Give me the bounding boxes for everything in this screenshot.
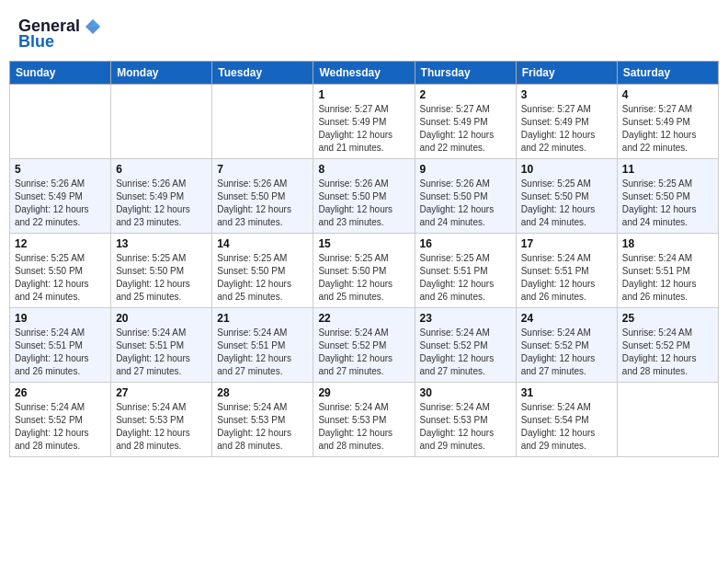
day-number: 25 — [622, 312, 713, 325]
calendar-cell: 26Sunrise: 5:24 AM Sunset: 5:52 PM Dayli… — [10, 383, 111, 457]
day-number: 7 — [217, 163, 308, 176]
day-info: Sunrise: 5:24 AM Sunset: 5:53 PM Dayligh… — [420, 401, 511, 453]
calendar-cell: 29Sunrise: 5:24 AM Sunset: 5:53 PM Dayli… — [313, 383, 415, 457]
calendar-cell: 18Sunrise: 5:24 AM Sunset: 5:51 PM Dayli… — [617, 234, 718, 308]
day-info: Sunrise: 5:24 AM Sunset: 5:51 PM Dayligh… — [521, 252, 612, 304]
calendar-cell — [10, 85, 111, 159]
day-info: Sunrise: 5:24 AM Sunset: 5:51 PM Dayligh… — [116, 327, 207, 378]
day-number: 9 — [420, 163, 511, 176]
day-info: Sunrise: 5:26 AM Sunset: 5:50 PM Dayligh… — [420, 178, 511, 229]
day-info: Sunrise: 5:26 AM Sunset: 5:49 PM Dayligh… — [15, 178, 106, 229]
day-number: 12 — [15, 237, 106, 250]
calendar-cell: 4Sunrise: 5:27 AM Sunset: 5:49 PM Daylig… — [617, 85, 718, 159]
day-number: 18 — [622, 237, 713, 250]
calendar-cell: 8Sunrise: 5:26 AM Sunset: 5:50 PM Daylig… — [313, 159, 415, 234]
calendar-table: SundayMondayTuesdayWednesdayThursdayFrid… — [9, 61, 719, 457]
calendar-cell: 27Sunrise: 5:24 AM Sunset: 5:53 PM Dayli… — [111, 383, 212, 457]
weekday-header: Friday — [516, 62, 617, 85]
day-info: Sunrise: 5:24 AM Sunset: 5:53 PM Dayligh… — [217, 401, 308, 453]
day-number: 14 — [217, 237, 308, 250]
calendar-cell: 30Sunrise: 5:24 AM Sunset: 5:53 PM Dayli… — [415, 383, 516, 457]
day-number: 30 — [420, 386, 511, 399]
day-info: Sunrise: 5:24 AM Sunset: 5:52 PM Dayligh… — [318, 327, 409, 378]
calendar-cell: 28Sunrise: 5:24 AM Sunset: 5:53 PM Dayli… — [212, 383, 313, 457]
weekday-header: Saturday — [617, 62, 718, 85]
weekday-header: Monday — [111, 62, 212, 85]
calendar-cell: 6Sunrise: 5:26 AM Sunset: 5:49 PM Daylig… — [111, 159, 212, 234]
day-info: Sunrise: 5:24 AM Sunset: 5:51 PM Dayligh… — [15, 327, 106, 378]
calendar-cell: 24Sunrise: 5:24 AM Sunset: 5:52 PM Dayli… — [516, 308, 617, 383]
calendar-cell: 22Sunrise: 5:24 AM Sunset: 5:52 PM Dayli… — [313, 308, 415, 383]
page-header: General Blue — [9, 9, 719, 55]
day-info: Sunrise: 5:27 AM Sunset: 5:49 PM Dayligh… — [318, 103, 409, 155]
calendar-cell: 3Sunrise: 5:27 AM Sunset: 5:49 PM Daylig… — [516, 85, 617, 159]
day-number: 23 — [420, 312, 511, 325]
calendar-cell: 2Sunrise: 5:27 AM Sunset: 5:49 PM Daylig… — [415, 85, 516, 159]
calendar-cell: 21Sunrise: 5:24 AM Sunset: 5:51 PM Dayli… — [212, 308, 313, 383]
day-number: 22 — [318, 312, 409, 325]
day-info: Sunrise: 5:25 AM Sunset: 5:51 PM Dayligh… — [420, 252, 511, 304]
day-number: 21 — [217, 312, 308, 325]
calendar-cell: 11Sunrise: 5:25 AM Sunset: 5:50 PM Dayli… — [617, 159, 718, 234]
calendar-cell: 12Sunrise: 5:25 AM Sunset: 5:50 PM Dayli… — [10, 234, 111, 308]
calendar-cell: 5Sunrise: 5:26 AM Sunset: 5:49 PM Daylig… — [10, 159, 111, 234]
day-number: 8 — [318, 163, 409, 176]
calendar-cell: 7Sunrise: 5:26 AM Sunset: 5:50 PM Daylig… — [212, 159, 313, 234]
day-info: Sunrise: 5:25 AM Sunset: 5:50 PM Dayligh… — [622, 178, 713, 229]
calendar-week-row: 1Sunrise: 5:27 AM Sunset: 5:49 PM Daylig… — [10, 85, 719, 159]
day-info: Sunrise: 5:26 AM Sunset: 5:50 PM Dayligh… — [217, 178, 308, 229]
day-info: Sunrise: 5:27 AM Sunset: 5:49 PM Dayligh… — [420, 103, 511, 155]
day-info: Sunrise: 5:24 AM Sunset: 5:54 PM Dayligh… — [521, 401, 612, 453]
day-info: Sunrise: 5:24 AM Sunset: 5:52 PM Dayligh… — [15, 401, 106, 453]
day-number: 1 — [318, 88, 409, 101]
weekday-header: Tuesday — [212, 62, 313, 85]
calendar-cell: 15Sunrise: 5:25 AM Sunset: 5:50 PM Dayli… — [313, 234, 415, 308]
day-info: Sunrise: 5:27 AM Sunset: 5:49 PM Dayligh… — [521, 103, 612, 155]
day-info: Sunrise: 5:26 AM Sunset: 5:50 PM Dayligh… — [318, 178, 409, 229]
logo: General Blue — [18, 17, 102, 52]
day-number: 24 — [521, 312, 612, 325]
calendar-cell — [617, 383, 718, 457]
day-info: Sunrise: 5:24 AM Sunset: 5:53 PM Dayligh… — [116, 401, 207, 453]
calendar-cell: 17Sunrise: 5:24 AM Sunset: 5:51 PM Dayli… — [516, 234, 617, 308]
calendar-cell: 13Sunrise: 5:25 AM Sunset: 5:50 PM Dayli… — [111, 234, 212, 308]
calendar-cell: 19Sunrise: 5:24 AM Sunset: 5:51 PM Dayli… — [10, 308, 111, 383]
day-number: 29 — [318, 386, 409, 399]
calendar-cell — [111, 85, 212, 159]
day-info: Sunrise: 5:27 AM Sunset: 5:49 PM Dayligh… — [622, 103, 713, 155]
day-info: Sunrise: 5:24 AM Sunset: 5:51 PM Dayligh… — [622, 252, 713, 304]
calendar-cell: 16Sunrise: 5:25 AM Sunset: 5:51 PM Dayli… — [415, 234, 516, 308]
day-info: Sunrise: 5:25 AM Sunset: 5:50 PM Dayligh… — [318, 252, 409, 304]
logo-blue-text: Blue — [18, 32, 54, 52]
day-number: 4 — [622, 88, 713, 101]
weekday-header: Wednesday — [313, 62, 415, 85]
calendar-week-row: 26Sunrise: 5:24 AM Sunset: 5:52 PM Dayli… — [10, 383, 719, 457]
day-info: Sunrise: 5:24 AM Sunset: 5:52 PM Dayligh… — [521, 327, 612, 378]
day-number: 20 — [116, 312, 207, 325]
day-number: 16 — [420, 237, 511, 250]
calendar-cell: 1Sunrise: 5:27 AM Sunset: 5:49 PM Daylig… — [313, 85, 415, 159]
day-number: 2 — [420, 88, 511, 101]
day-info: Sunrise: 5:26 AM Sunset: 5:49 PM Dayligh… — [116, 178, 207, 229]
day-info: Sunrise: 5:25 AM Sunset: 5:50 PM Dayligh… — [217, 252, 308, 304]
day-number: 3 — [521, 88, 612, 101]
day-number: 5 — [15, 163, 106, 176]
day-number: 6 — [116, 163, 207, 176]
day-info: Sunrise: 5:25 AM Sunset: 5:50 PM Dayligh… — [116, 252, 207, 304]
day-number: 10 — [521, 163, 612, 176]
day-info: Sunrise: 5:24 AM Sunset: 5:52 PM Dayligh… — [622, 327, 713, 378]
day-number: 11 — [622, 163, 713, 176]
calendar-cell: 31Sunrise: 5:24 AM Sunset: 5:54 PM Dayli… — [516, 383, 617, 457]
calendar-cell: 14Sunrise: 5:25 AM Sunset: 5:50 PM Dayli… — [212, 234, 313, 308]
calendar-cell: 23Sunrise: 5:24 AM Sunset: 5:52 PM Dayli… — [415, 308, 516, 383]
day-info: Sunrise: 5:24 AM Sunset: 5:51 PM Dayligh… — [217, 327, 308, 378]
day-info: Sunrise: 5:24 AM Sunset: 5:53 PM Dayligh… — [318, 401, 409, 453]
day-number: 15 — [318, 237, 409, 250]
day-number: 26 — [15, 386, 106, 399]
calendar-cell — [212, 85, 313, 159]
day-number: 27 — [116, 386, 207, 399]
logo-icon — [84, 17, 102, 36]
calendar-week-row: 5Sunrise: 5:26 AM Sunset: 5:49 PM Daylig… — [10, 159, 719, 234]
day-number: 17 — [521, 237, 612, 250]
calendar-cell: 25Sunrise: 5:24 AM Sunset: 5:52 PM Dayli… — [617, 308, 718, 383]
